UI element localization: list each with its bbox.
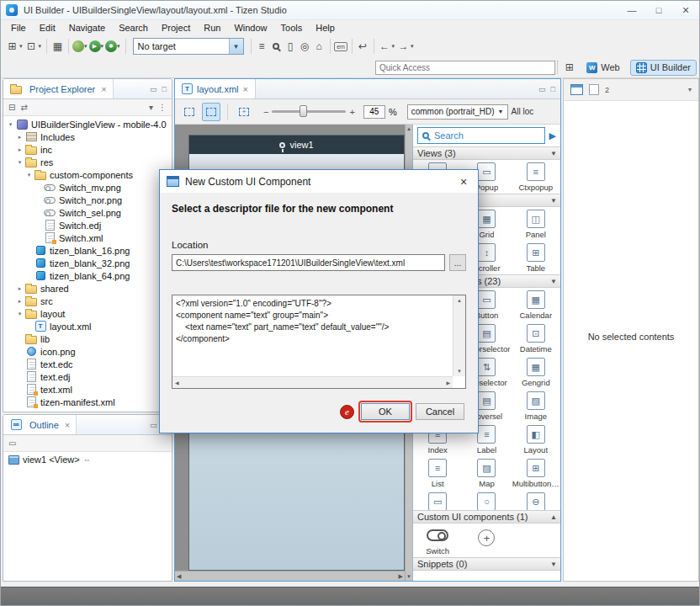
close-window-icon[interactable]: × bbox=[672, 1, 699, 19]
palette-item[interactable]: ○ bbox=[462, 490, 511, 510]
tree-item[interactable]: icon.png bbox=[3, 345, 172, 358]
menu-help[interactable]: Help bbox=[309, 23, 342, 33]
expand-arrow-icon[interactable]: ▾ bbox=[15, 311, 24, 317]
scroll-up-icon[interactable]: ▲ bbox=[406, 126, 411, 131]
resolution-dropdown[interactable]: common (portrait_HD) ▼ bbox=[407, 104, 508, 120]
chevron-down-icon[interactable]: ▼ bbox=[229, 39, 243, 54]
snap-tool-button[interactable]: + bbox=[235, 103, 253, 121]
menu-search[interactable]: Search bbox=[112, 23, 155, 33]
minimize-view-icon[interactable]: ▭ bbox=[538, 85, 546, 93]
palette-item-table[interactable]: ⊞Table bbox=[512, 241, 560, 274]
minimize-view-icon[interactable]: ▭ bbox=[150, 85, 157, 93]
device-manager-icon[interactable]: ▯ bbox=[284, 39, 298, 54]
pointer-tool-button[interactable] bbox=[202, 103, 220, 121]
em-tool-icon[interactable]: em bbox=[334, 39, 348, 54]
collapse-all-icon[interactable]: ⊟ bbox=[8, 103, 15, 112]
keyboard-shortcuts-icon[interactable]: ▦ bbox=[50, 39, 65, 54]
palette-item-switch[interactable]: Switch bbox=[413, 524, 462, 557]
menu-navigate[interactable]: Navigate bbox=[62, 23, 112, 33]
open-perspective-icon[interactable]: ⊞ bbox=[562, 60, 576, 75]
expand-arrow-icon[interactable]: ▸ bbox=[15, 285, 24, 292]
tree-item[interactable]: text.xml bbox=[3, 383, 172, 396]
palette-item-layout[interactable]: ◧Layout bbox=[512, 423, 560, 456]
expand-arrow-icon[interactable]: ▸ bbox=[15, 146, 24, 153]
expand-arrow-icon[interactable]: ▾ bbox=[6, 121, 15, 128]
expand-arrow-icon[interactable]: ▾ bbox=[24, 172, 34, 178]
palette-section-snippets[interactable]: Snippets (0)▼ bbox=[413, 557, 560, 571]
search-resource-icon[interactable] bbox=[269, 39, 284, 54]
palette-item-gengrid[interactable]: ▦Gengrid bbox=[512, 355, 560, 389]
close-icon[interactable]: × bbox=[65, 420, 70, 430]
textarea-hscrollbar[interactable]: ◀▶ bbox=[172, 376, 453, 388]
descriptor-preview[interactable]: <?xml version="1.0" encoding="UTF-8"?> <… bbox=[172, 295, 466, 389]
tree-item[interactable]: lib bbox=[3, 332, 172, 345]
palette-section-views[interactable]: Views (3)▼ bbox=[413, 146, 560, 160]
quick-access-input[interactable] bbox=[375, 61, 555, 75]
zoom-slider-thumb[interactable] bbox=[300, 105, 307, 117]
emulator-manager-icon[interactable]: ⌂ bbox=[312, 39, 326, 54]
scroll-right-icon[interactable]: ▶ bbox=[399, 573, 403, 580]
maximize-view-icon[interactable]: □ bbox=[162, 85, 167, 93]
run-icon[interactable]: ▶ bbox=[89, 40, 101, 52]
more-icon[interactable]: ⋮ bbox=[158, 103, 167, 112]
view-menu-icon[interactable]: ▾ bbox=[149, 103, 153, 112]
chevron-down-icon[interactable]: ▾ bbox=[411, 43, 414, 50]
chevron-down-icon[interactable]: ▼ bbox=[498, 109, 504, 114]
menu-file[interactable]: File bbox=[4, 23, 33, 33]
palette-item-panel[interactable]: ◫Panel bbox=[512, 207, 560, 241]
dialog-close-icon[interactable]: × bbox=[449, 175, 478, 189]
perspective-web-button[interactable]: W Web bbox=[581, 60, 625, 76]
tab-close-icon[interactable]: × bbox=[243, 84, 248, 94]
palette-item[interactable]: ⊖ bbox=[512, 490, 560, 510]
certificate-icon[interactable]: ◎ bbox=[298, 39, 312, 54]
scroll-down-icon[interactable]: ▼ bbox=[406, 574, 411, 579]
minimize-view-icon[interactable]: ▭ bbox=[150, 421, 157, 429]
palette-search-input[interactable]: Search bbox=[417, 127, 545, 144]
forward-icon[interactable]: → bbox=[396, 39, 411, 54]
menu-project[interactable]: Project bbox=[155, 23, 197, 33]
chevron-down-icon[interactable]: ▾ bbox=[688, 86, 692, 93]
add-custom-component-button[interactable]: + bbox=[462, 524, 511, 557]
tree-item[interactable]: Switch_sel.png bbox=[3, 206, 172, 219]
palette-item-ctxpopup[interactable]: ≡Ctxpopup bbox=[512, 160, 560, 194]
location-input[interactable] bbox=[172, 254, 445, 271]
tree-item[interactable]: tizen_blank_16.png bbox=[3, 244, 172, 257]
palette-item-multibuttonentry[interactable]: ⊞Multibuttonentry bbox=[512, 456, 560, 490]
tab-layout-xml[interactable]: T layout.xml × bbox=[175, 79, 256, 98]
last-edit-location-icon[interactable]: ↩ bbox=[356, 39, 370, 54]
palette-item-image[interactable]: ▨Image bbox=[512, 389, 560, 423]
ok-button[interactable]: OK bbox=[361, 403, 410, 420]
tree-item[interactable]: Switch_nor.png bbox=[3, 194, 172, 206]
menu-window[interactable]: Window bbox=[227, 23, 273, 33]
tree-item[interactable]: text.edc bbox=[3, 358, 172, 370]
tree-item[interactable]: Tlayout.xml bbox=[3, 320, 172, 332]
dialog-title-bar[interactable]: New Custom UI Component × bbox=[160, 170, 478, 193]
back-icon[interactable]: ← bbox=[378, 39, 392, 54]
palette-item-datetime[interactable]: ⊡Datetime bbox=[512, 322, 560, 355]
tree-item[interactable]: tizen_blank_64.png bbox=[3, 269, 172, 282]
expand-arrow-icon[interactable]: ▸ bbox=[15, 134, 24, 141]
link-with-editor-icon[interactable]: ⇄ bbox=[20, 103, 27, 112]
select-tool-button[interactable] bbox=[180, 103, 199, 121]
debug-icon[interactable] bbox=[72, 40, 84, 52]
close-icon[interactable]: × bbox=[101, 84, 106, 94]
expand-arrow-icon[interactable]: ▸ bbox=[15, 298, 24, 305]
tab-outline[interactable]: ≔ Outline × bbox=[3, 415, 77, 434]
tree-item[interactable]: ▾custom-components bbox=[3, 168, 172, 181]
run-config-icon[interactable]: ✱ bbox=[105, 40, 117, 52]
browse-button[interactable]: ... bbox=[449, 254, 466, 271]
menu-run[interactable]: Run bbox=[197, 23, 227, 33]
menu-tools[interactable]: Tools bbox=[274, 23, 310, 33]
palette-item-calendar[interactable]: ▦Calendar bbox=[512, 288, 560, 322]
tree-item[interactable]: Switch.xml bbox=[3, 231, 172, 244]
cancel-button[interactable]: Cancel bbox=[416, 403, 464, 420]
tab-project-explorer[interactable]: Project Explorer × bbox=[3, 79, 114, 98]
search-go-icon[interactable]: ▶ bbox=[549, 130, 556, 141]
zoom-in-icon[interactable]: + bbox=[349, 107, 354, 117]
outline-mode-icon[interactable]: ▭ bbox=[8, 439, 16, 448]
palette-section-custom[interactable]: Custom UI components (1)▲ bbox=[413, 510, 560, 524]
target-selector-dropdown[interactable]: No target ▼ bbox=[133, 38, 244, 55]
palette-item-map[interactable]: ▨Map bbox=[462, 456, 511, 490]
expand-arrow-icon[interactable]: ▾ bbox=[15, 159, 24, 166]
tree-item[interactable]: ▾res bbox=[3, 156, 172, 168]
